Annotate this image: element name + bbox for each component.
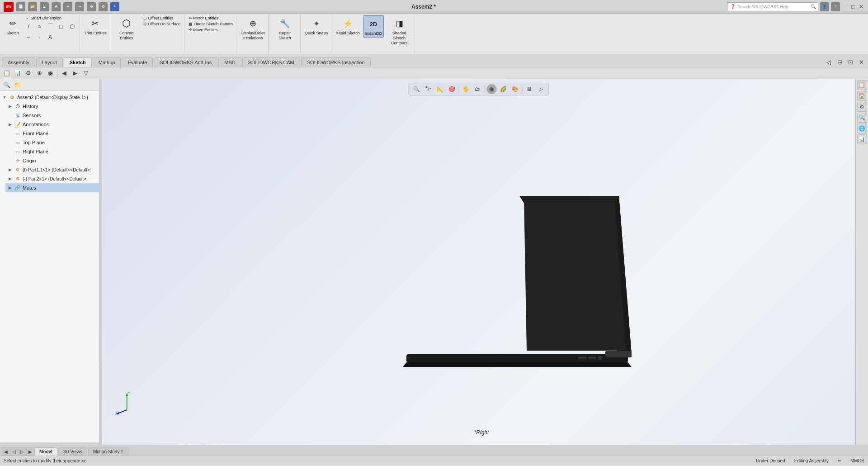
right-panel-home[interactable]: 🏠 bbox=[857, 91, 867, 101]
search-submit[interactable]: 🔍 bbox=[811, 4, 816, 9]
redo-button[interactable]: ↪ bbox=[75, 2, 84, 11]
tree-history-expand[interactable]: ▶ bbox=[7, 104, 13, 109]
offset-entities-button[interactable]: ⊡ Offset Entities bbox=[142, 15, 182, 21]
instant2d-button[interactable]: 2D Instant2D bbox=[363, 15, 384, 38]
tree-annotations-expand[interactable]: ▶ bbox=[7, 122, 13, 127]
bottom-nav-right[interactable]: ▶ bbox=[26, 447, 34, 456]
repair-sketch-button[interactable]: 🔧 Repair Sketch bbox=[271, 15, 298, 42]
right-panel-globe[interactable]: 🌐 bbox=[857, 124, 867, 133]
mirror-entities-button[interactable]: ⇔ Mirror Entities bbox=[187, 15, 235, 21]
quick-snaps-button[interactable]: ⌖ Quick Snaps bbox=[303, 15, 329, 37]
tab-solidworks-cam[interactable]: SOLIDWORKS CAM bbox=[242, 57, 300, 67]
tree-history[interactable]: ▶ ⏱ History bbox=[5, 102, 99, 111]
trim-entities-button[interactable]: ✂ Trim Entities bbox=[83, 15, 108, 37]
tree-part2-expand[interactable]: ▶ bbox=[7, 176, 13, 181]
bottom-nav-prev[interactable]: ◁ bbox=[10, 447, 18, 456]
close-button[interactable]: ✕ bbox=[858, 4, 864, 10]
bottom-tab-3d-views[interactable]: 3D Views bbox=[58, 447, 87, 456]
tab-solidworks-inspection[interactable]: SOLIDWORKS Inspection bbox=[301, 57, 371, 67]
line-tool[interactable]: / bbox=[24, 21, 33, 31]
options-button[interactable]: ⚙ bbox=[99, 2, 108, 11]
minimize-button[interactable]: ─ bbox=[842, 4, 848, 10]
tree-annotations[interactable]: ▶ 📝 Annotations bbox=[5, 120, 99, 129]
tab-solidworks-addins[interactable]: SOLIDWORKS Add-Ins bbox=[154, 57, 217, 67]
ribbon-restore-button[interactable]: ⊡ bbox=[845, 57, 855, 67]
offset-on-surface-button[interactable]: ⊞ Offset On Surface bbox=[142, 21, 182, 27]
rebuild-button[interactable]: ⚙ bbox=[87, 2, 96, 11]
hud-realview[interactable]: 🖥 bbox=[524, 84, 534, 94]
right-panel-search[interactable]: 🔍 bbox=[857, 113, 867, 123]
ribbon-pin-button[interactable]: ⊟ bbox=[835, 57, 844, 67]
shaded-sketch-contours-button[interactable]: ◨ Shaded Sketch Contours bbox=[386, 15, 413, 46]
maximize-button[interactable]: □ bbox=[850, 4, 856, 10]
tree-right-plane[interactable]: ▭ Right Plane bbox=[5, 147, 99, 156]
tree-collapse-btn[interactable]: 📁 bbox=[13, 80, 23, 90]
hud-section-view[interactable]: 🎯 bbox=[447, 84, 457, 94]
tab-layout[interactable]: Layout bbox=[36, 57, 63, 67]
text-tool[interactable]: A bbox=[45, 32, 55, 42]
tab-assembly[interactable]: Assembly bbox=[2, 57, 35, 67]
tree-root[interactable]: ▼ ⚙ Assem2 (Default<Display State-1>) bbox=[0, 93, 99, 102]
linear-sketch-pattern-button[interactable]: ▦ Linear Sketch Pattern bbox=[187, 21, 235, 27]
tree-root-expand[interactable]: ▼ bbox=[2, 95, 7, 100]
smart-dimension-button[interactable]: ↔ Smart Dimension bbox=[24, 15, 78, 21]
tree-front-plane[interactable]: ▭ Front Plane bbox=[5, 129, 99, 138]
bottom-tab-motion-study[interactable]: Motion Study 1 bbox=[88, 447, 128, 456]
filter-btn[interactable]: ▽ bbox=[81, 68, 91, 78]
tree-part1-expand[interactable]: ▶ bbox=[7, 167, 13, 172]
user-icon[interactable]: 👤 bbox=[820, 2, 829, 11]
new-button[interactable]: 📄 bbox=[16, 2, 25, 11]
bottom-tab-model[interactable]: Model bbox=[34, 447, 57, 456]
hud-hide-show-items[interactable]: 🌈 bbox=[498, 84, 508, 94]
tab-evaluate[interactable]: Evaluate bbox=[122, 57, 153, 67]
tree-mates[interactable]: ▶ 🔗 Mates bbox=[5, 183, 99, 192]
display-manager-btn[interactable]: ◉ bbox=[45, 68, 55, 78]
dim-xpert-btn[interactable]: ⊕ bbox=[34, 68, 44, 78]
move-entities-button[interactable]: ✛ Move Entities bbox=[187, 27, 235, 33]
expand-left-btn[interactable]: ◀ bbox=[59, 68, 69, 78]
right-panel-settings[interactable]: ⚙ bbox=[857, 102, 867, 112]
help-icon[interactable]: ? bbox=[831, 2, 840, 11]
tab-mbd[interactable]: MBD bbox=[218, 57, 241, 67]
expand-right-btn[interactable]: ▶ bbox=[70, 68, 80, 78]
tree-sensors[interactable]: ▶ 📡 Sensors bbox=[5, 111, 99, 120]
polygon-tool[interactable]: ⬡ bbox=[67, 21, 77, 31]
rapid-sketch-button[interactable]: ⚡ Rapid Sketch bbox=[334, 15, 361, 37]
tree-resize-handle[interactable] bbox=[0, 442, 99, 445]
hud-display-style[interactable]: ◉ bbox=[486, 84, 496, 94]
feature-manager-btn[interactable]: 📋 bbox=[2, 68, 12, 78]
search-bar[interactable]: ❓ Search SOLIDWORKS Help 🔍 bbox=[728, 2, 818, 11]
display-delete-relations-button[interactable]: ⊕ Display/Delete Relations bbox=[239, 15, 266, 42]
right-panel-chart[interactable]: 📊 bbox=[857, 134, 867, 144]
select-tool[interactable]: ↖ bbox=[110, 2, 119, 11]
hud-previous-view[interactable]: 📐 bbox=[435, 84, 445, 94]
print-button[interactable]: 🖨 bbox=[52, 2, 61, 11]
tree-top-plane[interactable]: ▭ Top Plane bbox=[5, 138, 99, 147]
bottom-nav-next[interactable]: ▷ bbox=[18, 447, 26, 456]
ribbon-close-button[interactable]: ✕ bbox=[856, 57, 866, 67]
hud-zoom-fit[interactable]: 🔍 bbox=[411, 84, 421, 94]
hud-pan[interactable]: 🖐 bbox=[461, 84, 471, 94]
undo-button[interactable]: ↩ bbox=[63, 2, 72, 11]
hud-zoom-area[interactable]: 🔭 bbox=[423, 84, 433, 94]
property-manager-btn[interactable]: 📊 bbox=[13, 68, 23, 78]
spline-tool[interactable]: ~ bbox=[24, 32, 33, 42]
tree-part1[interactable]: ▶ ⚙ (f) Part1.1<1> (Default<<Default>: bbox=[5, 165, 99, 174]
save-button[interactable]: 💾 bbox=[40, 2, 49, 11]
tree-part2[interactable]: ▶ ⚙ (-) Part2<1> (Default<<Default>: bbox=[5, 174, 99, 183]
viewport[interactable]: 🔍 🔭 📐 🎯 🖐 🗂 ◉ 🌈 🎨 🖥 ▷ bbox=[102, 79, 855, 445]
config-manager-btn[interactable]: ⚙ bbox=[24, 68, 33, 78]
sketch-button[interactable]: ✏ Sketch bbox=[4, 15, 22, 37]
hud-view-orient[interactable]: 🗂 bbox=[472, 84, 482, 94]
rect-tool[interactable]: □ bbox=[56, 21, 66, 31]
circle-tool[interactable]: ○ bbox=[34, 21, 44, 31]
bottom-nav-left[interactable]: ◀ bbox=[2, 447, 10, 456]
tree-origin[interactable]: ✛ Origin bbox=[5, 156, 99, 165]
point-tool[interactable]: · bbox=[34, 32, 44, 42]
convert-entities-button[interactable]: ⬡ Convert Entities bbox=[113, 15, 140, 42]
ribbon-collapse-button[interactable]: ◁ bbox=[824, 57, 834, 67]
hud-expand-view[interactable]: ▷ bbox=[536, 84, 546, 94]
hud-apply-scene[interactable]: 🎨 bbox=[510, 84, 520, 94]
tree-mates-expand[interactable]: ▶ bbox=[7, 185, 13, 190]
tree-search-btn[interactable]: 🔍 bbox=[2, 80, 12, 90]
